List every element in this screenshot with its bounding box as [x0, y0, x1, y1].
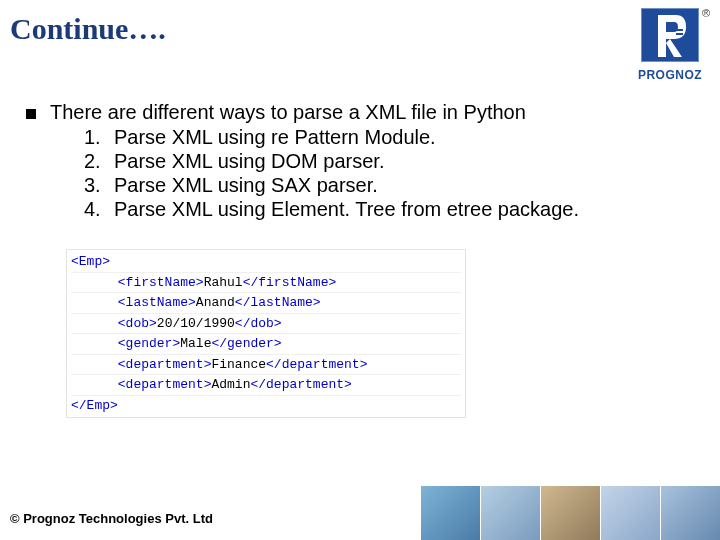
- list-number: 4.: [84, 198, 114, 221]
- logo-graphic: ®: [641, 8, 699, 62]
- xml-tag: <department>: [118, 377, 212, 392]
- registered-icon: ®: [702, 7, 710, 19]
- xml-tag: <department>: [118, 357, 212, 372]
- svg-rect-0: [676, 29, 683, 31]
- list-number: 1.: [84, 126, 114, 149]
- xml-tag: </Emp>: [71, 398, 118, 413]
- footer-thumbnail: [600, 486, 660, 540]
- numbered-list: 1. Parse XML using re Pattern Module. 2.…: [26, 124, 700, 221]
- copyright-footer: © Prognoz Technologies Pvt. Ltd: [10, 511, 213, 526]
- xml-text: 20/10/1990: [157, 316, 235, 331]
- xml-tag: <lastName>: [118, 295, 196, 310]
- list-item: 3. Parse XML using SAX parser.: [84, 174, 700, 197]
- xml-code-snippet: <Emp> <firstName>Rahul</firstName> <last…: [66, 249, 466, 418]
- intro-text: There are different ways to parse a XML …: [50, 101, 526, 124]
- xml-tag: </department>: [266, 357, 367, 372]
- footer-thumbnail: [480, 486, 540, 540]
- footer-image-strip: [420, 486, 720, 540]
- xml-tag: </gender>: [211, 336, 281, 351]
- list-item: 4. Parse XML using Element. Tree from et…: [84, 198, 700, 221]
- slide-title: Continue….: [0, 0, 720, 46]
- slide-content: There are different ways to parse a XML …: [0, 46, 720, 418]
- list-number: 3.: [84, 174, 114, 197]
- xml-tag: <Emp>: [71, 254, 110, 269]
- list-text: Parse XML using DOM parser.: [114, 150, 384, 173]
- xml-tag: </firstName>: [243, 275, 337, 290]
- xml-text: Finance: [211, 357, 266, 372]
- xml-text: Male: [180, 336, 211, 351]
- square-bullet-icon: [26, 109, 36, 119]
- list-item: 1. Parse XML using re Pattern Module.: [84, 126, 700, 149]
- xml-tag: <firstName>: [118, 275, 204, 290]
- footer-thumbnail: [540, 486, 600, 540]
- xml-tag: <dob>: [118, 316, 157, 331]
- xml-tag: </department>: [250, 377, 351, 392]
- list-text: Parse XML using re Pattern Module.: [114, 126, 436, 149]
- xml-text: Rahul: [204, 275, 243, 290]
- xml-text: Admin: [211, 377, 250, 392]
- logo-text: PROGNOZ: [634, 68, 706, 82]
- xml-text: Anand: [196, 295, 235, 310]
- list-text: Parse XML using SAX parser.: [114, 174, 378, 197]
- svg-rect-1: [676, 33, 683, 35]
- list-number: 2.: [84, 150, 114, 173]
- list-text: Parse XML using Element. Tree from etree…: [114, 198, 579, 221]
- xml-tag: <gender>: [118, 336, 180, 351]
- xml-tag: </dob>: [235, 316, 282, 331]
- list-item: 2. Parse XML using DOM parser.: [84, 150, 700, 173]
- footer-thumbnail: [420, 486, 480, 540]
- footer-thumbnail: [660, 486, 720, 540]
- xml-tag: </lastName>: [235, 295, 321, 310]
- bullet-item: There are different ways to parse a XML …: [26, 101, 700, 124]
- brand-logo: ® PROGNOZ: [634, 8, 706, 82]
